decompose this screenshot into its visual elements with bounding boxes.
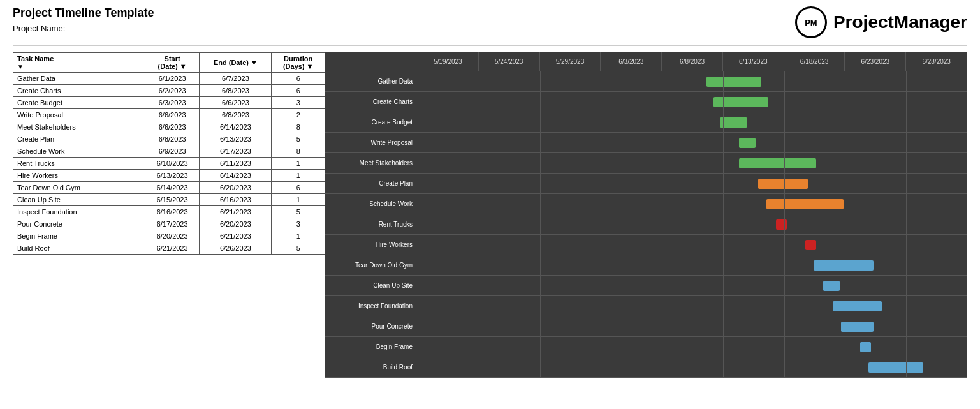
task-start-cell: 6/10/2023	[145, 158, 199, 170]
pm-logo-icon: PM	[795, 6, 827, 38]
task-name-cell: Create Budget	[13, 97, 145, 109]
gantt-date-label: 6/28/2023	[906, 52, 967, 71]
gantt-row-label: Schedule Work	[325, 194, 418, 214]
task-end-cell: 6/20/2023	[200, 218, 272, 230]
table-row: Write Proposal 6/6/2023 6/8/2023 2	[13, 109, 325, 121]
gantt-bar-row	[418, 255, 967, 276]
task-start-cell: 6/13/2023	[145, 170, 199, 182]
gantt-bars	[418, 71, 967, 378]
task-end-cell: 6/20/2023	[200, 182, 272, 194]
gantt-bar-row	[418, 276, 967, 296]
gantt-bar	[720, 117, 747, 128]
gantt-row-label: Inspect Foundation	[325, 296, 418, 316]
task-start-cell: 6/2/2023	[145, 85, 199, 97]
task-end-cell: 6/8/2023	[200, 85, 272, 97]
task-name-cell: Hire Workers	[13, 170, 145, 182]
task-name-cell: Rent Trucks	[13, 158, 145, 170]
task-name-cell: Pour Concrete	[13, 218, 145, 230]
gantt-bar	[758, 179, 808, 189]
task-duration-cell: 5	[272, 206, 325, 218]
task-end-cell: 6/11/2023	[200, 158, 272, 170]
gantt-bar	[766, 199, 844, 209]
gantt-date-label: 6/13/2023	[723, 52, 784, 71]
gantt-bar	[868, 362, 923, 373]
gantt-row-label: Pour Concrete	[325, 316, 418, 337]
task-duration-cell: 1	[272, 194, 325, 206]
task-start-cell: 6/15/2023	[145, 194, 199, 206]
project-name-label: Project Name:	[13, 24, 154, 33]
task-duration-cell: 6	[272, 85, 325, 97]
table-row: Inspect Foundation 6/16/2023 6/21/2023 5	[13, 206, 325, 218]
task-end-cell: 6/14/2023	[200, 121, 272, 133]
task-start-cell: 6/6/2023	[145, 121, 199, 133]
task-name-cell: Write Proposal	[13, 109, 145, 121]
task-name-cell: Meet Stakeholders	[13, 121, 145, 133]
gantt-labels: Gather DataCreate ChartsCreate BudgetWri…	[325, 52, 418, 378]
page: Project Timeline Template Project Name: …	[0, 0, 980, 409]
task-start-cell: 6/14/2023	[145, 182, 199, 194]
gantt-bar-row	[418, 296, 967, 316]
task-duration-cell: 2	[272, 109, 325, 121]
task-name-cell: Begin Frame	[13, 230, 145, 242]
table-row: Clean Up Site 6/15/2023 6/16/2023 1	[13, 194, 325, 206]
gantt-row-label: Create Budget	[325, 112, 418, 133]
page-title: Project Timeline Template	[13, 6, 154, 20]
task-start-cell: 6/9/2023	[145, 145, 199, 158]
task-duration-cell: 1	[272, 170, 325, 182]
gantt-bar	[833, 301, 882, 311]
header-right: PM ProjectManager	[795, 6, 967, 38]
gantt-bar-row	[418, 194, 967, 214]
gantt-bar	[739, 158, 816, 168]
gantt-row-label: Begin Frame	[325, 337, 418, 357]
gantt-row-label: Clean Up Site	[325, 276, 418, 296]
table-row: Pour Concrete 6/17/2023 6/20/2023 3	[13, 218, 325, 230]
gantt-date-label: 6/18/2023	[784, 52, 845, 71]
gantt-bar-row	[418, 92, 967, 112]
gantt-bar	[860, 342, 871, 352]
table-row: Create Plan 6/8/2023 6/13/2023 5	[13, 133, 325, 145]
table-row: Hire Workers 6/13/2023 6/14/2023 1	[13, 170, 325, 182]
task-duration-cell: 6	[272, 73, 325, 85]
header-left: Project Timeline Template Project Name:	[13, 6, 154, 33]
gantt-row-label: Write Proposal	[325, 133, 418, 153]
task-duration-cell: 3	[272, 218, 325, 230]
task-start-cell: 6/3/2023	[145, 97, 199, 109]
gantt-chart: Gather DataCreate ChartsCreate BudgetWri…	[325, 52, 967, 378]
task-name-cell: Tear Down Old Gym	[13, 182, 145, 194]
gantt-bar-row	[418, 316, 967, 337]
gantt-date-header: 5/19/20235/24/20235/29/20236/3/20236/8/2…	[418, 52, 967, 71]
gantt-bar-row	[418, 337, 967, 357]
table-row: Create Charts 6/2/2023 6/8/2023 6	[13, 85, 325, 97]
gantt-row-label: Meet Stakeholders	[325, 153, 418, 174]
gantt-bar-row	[418, 235, 967, 255]
task-duration-cell: 1	[272, 230, 325, 242]
task-end-cell: 6/14/2023	[200, 170, 272, 182]
task-table-container: Task Name▼ Start(Date) ▼ End (Date) ▼ Du…	[13, 52, 325, 378]
col-start: Start(Date) ▼	[145, 53, 199, 73]
gantt-date-label: 5/29/2023	[540, 52, 601, 71]
gantt-bar	[776, 219, 787, 230]
task-table: Task Name▼ Start(Date) ▼ End (Date) ▼ Du…	[13, 52, 325, 255]
gantt-row-label: Gather Data	[325, 71, 418, 92]
col-end: End (Date) ▼	[200, 53, 272, 73]
task-duration-cell: 8	[272, 145, 325, 158]
gantt-row-label: Hire Workers	[325, 235, 418, 255]
gantt-bar	[706, 77, 761, 87]
table-row: Meet Stakeholders 6/6/2023 6/14/2023 8	[13, 121, 325, 133]
task-end-cell: 6/16/2023	[200, 194, 272, 206]
gantt-date-label: 6/8/2023	[662, 52, 723, 71]
task-name-cell: Build Roof	[13, 242, 145, 255]
gantt-row-label: Tear Down Old Gym	[325, 255, 418, 276]
task-start-cell: 6/1/2023	[145, 73, 199, 85]
gantt-date-label: 5/24/2023	[479, 52, 540, 71]
task-end-cell: 6/17/2023	[200, 145, 272, 158]
gantt-bar	[805, 240, 816, 250]
task-end-cell: 6/7/2023	[200, 73, 272, 85]
main-content: Task Name▼ Start(Date) ▼ End (Date) ▼ Du…	[13, 52, 967, 378]
task-duration-cell: 1	[272, 158, 325, 170]
task-start-cell: 6/17/2023	[145, 218, 199, 230]
task-end-cell: 6/21/2023	[200, 206, 272, 218]
table-row: Gather Data 6/1/2023 6/7/2023 6	[13, 73, 325, 85]
table-row: Begin Frame 6/20/2023 6/21/2023 1	[13, 230, 325, 242]
gantt-bars-area: 5/19/20235/24/20235/29/20236/3/20236/8/2…	[418, 52, 967, 378]
